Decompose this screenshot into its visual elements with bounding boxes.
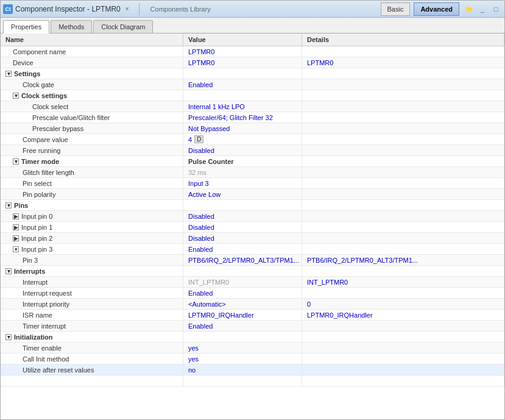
- table-row: Timer enable yes: [1, 343, 504, 354]
- prop-value: INT_LPTMR0: [183, 277, 302, 287]
- collapse-icon[interactable]: ▾: [5, 334, 12, 340]
- table-row: Timer interrupt Enabled: [1, 321, 504, 332]
- window-title: Component Inspector - LPTMR0: [15, 5, 121, 13]
- prop-details: [302, 354, 504, 364]
- prop-value: LPTMR0: [183, 57, 302, 68]
- table-row: ▾Input pin 3 Enabled: [1, 244, 504, 255]
- prop-value: LPTMR0_IRQHandler: [183, 310, 302, 320]
- expand-icon[interactable]: ▶: [13, 213, 19, 219]
- prop-details: LPTMR0: [302, 57, 504, 68]
- toolbar-icons: ⭐ _ □: [463, 3, 502, 15]
- prop-value: 32 ms: [183, 167, 302, 177]
- section-interrupts: ▾Interrupts: [1, 266, 504, 277]
- restore-icon[interactable]: □: [490, 3, 502, 15]
- table-row: Free running Disabled: [1, 145, 504, 156]
- prop-details: LPTMR0_IRQHandler: [302, 310, 504, 320]
- basic-mode-button[interactable]: Basic: [381, 2, 411, 16]
- prop-value: Disabled: [183, 211, 302, 221]
- section-value: [183, 332, 302, 342]
- collapse-icon[interactable]: ▾: [5, 202, 12, 208]
- section-name: ▾Settings: [1, 68, 183, 79]
- prop-name: ▶Input pin 1: [1, 222, 183, 232]
- minimize-icon[interactable]: _: [476, 3, 489, 15]
- star-icon[interactable]: ⭐: [463, 3, 475, 15]
- prop-value: Enabled: [183, 79, 302, 90]
- prop-name: Clock select: [1, 101, 183, 112]
- table-row: Pin polarity Active Low: [1, 189, 504, 200]
- prop-value: Internal 1 kHz LPO: [183, 101, 302, 112]
- prop-details: [302, 211, 504, 221]
- prop-details: [302, 112, 504, 123]
- prop-value: Enabled: [183, 244, 302, 254]
- prop-name: ▶Input pin 0: [1, 211, 183, 221]
- inner-tabs-bar: Properties Methods Clock Diagram: [1, 18, 504, 34]
- prop-name: Utilize after reset values: [1, 365, 183, 375]
- prop-name: Prescaler bypass: [1, 123, 183, 133]
- table-row: Device LPTMR0 LPTMR0: [1, 57, 504, 68]
- prop-value: yes: [183, 343, 302, 353]
- section-value: [183, 200, 302, 210]
- prop-details: [302, 167, 504, 177]
- prop-details: [302, 79, 504, 90]
- prop-details: [302, 189, 504, 199]
- prop-details: [302, 46, 504, 57]
- table-header: Name Value Details: [1, 34, 504, 46]
- prop-details: [302, 178, 504, 188]
- prop-details: [302, 244, 504, 254]
- prop-value: Disabled: [183, 222, 302, 232]
- collapse-icon[interactable]: ▾: [5, 268, 12, 274]
- prop-value: Not Bypassed: [183, 123, 302, 133]
- expand-icon[interactable]: ▶: [13, 235, 19, 241]
- expand-icon[interactable]: ▶: [13, 224, 19, 230]
- col-name-header: Name: [1, 34, 183, 46]
- title-bar-left: CI Component Inspector - LPTMR0 × Compon…: [3, 3, 381, 15]
- window-icon: CI: [3, 4, 13, 14]
- prop-details: [302, 233, 504, 243]
- table-row: ▶Input pin 1 Disabled: [1, 222, 504, 233]
- section-details: [302, 156, 504, 166]
- prop-value: LPTMR0: [183, 46, 302, 57]
- prop-name: Timer interrupt: [1, 321, 183, 331]
- prop-name: Pin select: [1, 178, 183, 188]
- prop-details: [302, 288, 504, 298]
- advanced-mode-button[interactable]: Advanced: [414, 2, 459, 16]
- section-name: ▾Interrupts: [1, 266, 183, 276]
- prop-value: Disabled: [183, 233, 302, 243]
- table-row: Interrupt request Enabled: [1, 288, 504, 299]
- collapse-icon[interactable]: ▾: [13, 93, 19, 99]
- prop-details: [302, 321, 504, 331]
- prop-value: yes: [183, 354, 302, 364]
- section-name: ▾Clock settings: [1, 90, 183, 101]
- collapse-icon[interactable]: ▾: [13, 158, 19, 165]
- table-row: ▶Input pin 2 Disabled: [1, 233, 504, 244]
- tab-properties[interactable]: Properties: [3, 20, 49, 34]
- tab-methods[interactable]: Methods: [51, 20, 92, 33]
- collapse-icon[interactable]: ▾: [5, 71, 12, 77]
- prop-name: ISR name: [1, 310, 183, 320]
- tab-clock-diagram[interactable]: Clock Diagram: [93, 20, 153, 33]
- section-value: Pulse Counter: [183, 156, 302, 166]
- prop-value: Enabled: [183, 321, 302, 331]
- lib-tab-label: Components Library: [147, 4, 214, 14]
- collapse-icon[interactable]: ▾: [13, 246, 19, 252]
- table-body: Component name LPTMR0 Device LPTMR0 LPTM…: [1, 46, 504, 419]
- section-timer-mode: ▾Timer mode Pulse Counter: [1, 156, 504, 167]
- prop-name: Clock gate: [1, 79, 183, 90]
- prop-name: Pin 3: [1, 255, 183, 265]
- table-row: Interrupt INT_LPTMR0 INT_LPTMR0: [1, 277, 504, 288]
- section-value: [183, 90, 302, 101]
- tab-close-button[interactable]: ×: [123, 4, 132, 13]
- prop-value: Input 3: [183, 178, 302, 188]
- table-row: Compare value 4 D: [1, 134, 504, 145]
- prop-name: Glitch filter length: [1, 167, 183, 177]
- section-name: ▾Timer mode: [1, 156, 183, 166]
- prop-name: Compare value: [1, 134, 183, 144]
- prop-value: Enabled: [183, 288, 302, 298]
- prop-value: PTB6/IRQ_2/LPTMR0_ALT3/TPM1...: [183, 255, 302, 265]
- section-pins: ▾Pins: [1, 200, 504, 211]
- section-value: [183, 266, 302, 276]
- prop-name: ▶Input pin 2: [1, 233, 183, 243]
- d-badge[interactable]: D: [194, 135, 203, 143]
- prop-name: ▾Input pin 3: [1, 244, 183, 254]
- prop-value: no: [183, 365, 302, 375]
